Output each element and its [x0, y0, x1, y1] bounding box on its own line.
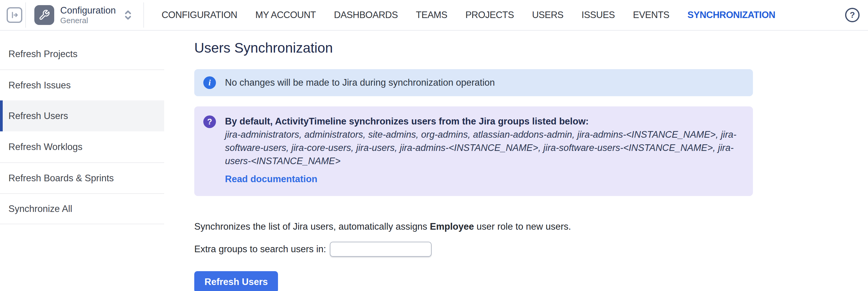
info-banner-text: No changes will be made to Jira during s… — [225, 77, 495, 88]
sync-description: Synchronizes the list of Jira users, aut… — [194, 221, 767, 232]
sync-sidebar: Refresh Projects Refresh Issues Refresh … — [0, 31, 164, 224]
nav-teams[interactable]: TEAMS — [416, 10, 447, 21]
sidebar-item-refresh-projects[interactable]: Refresh Projects — [0, 38, 164, 69]
nav-issues[interactable]: ISSUES — [582, 10, 615, 21]
header-divider — [25, 2, 26, 28]
read-documentation-link[interactable]: Read documentation — [225, 173, 317, 186]
collapse-sidebar-icon — [10, 10, 19, 20]
nav-users[interactable]: USERS — [532, 10, 563, 21]
sidebar-item-refresh-boards-sprints[interactable]: Refresh Boards & Sprints — [0, 162, 164, 193]
help-icon[interactable]: ? — [845, 8, 860, 22]
nav-events[interactable]: EVENTS — [633, 10, 670, 21]
info-icon: i — [203, 76, 216, 89]
default-groups-list: jira-administrators, administrators, sit… — [225, 128, 744, 168]
app-switcher-dropdown[interactable]: Configuration General — [34, 5, 132, 25]
header-divider — [143, 2, 144, 28]
default-groups-intro: By default, ActivityTimeline synchronize… — [225, 115, 744, 128]
app-title: Configuration — [60, 5, 116, 16]
extra-groups-row: Extra groups to search users in: — [194, 242, 767, 257]
extra-groups-label: Extra groups to search users in: — [194, 244, 326, 255]
question-icon: ? — [203, 115, 216, 128]
extra-groups-input[interactable] — [330, 242, 432, 257]
refresh-users-button[interactable]: Refresh Users — [194, 271, 278, 291]
sidebar-collapse-button[interactable] — [7, 7, 22, 23]
page-title: Users Synchronization — [194, 40, 767, 56]
chevron-up-down-icon[interactable] — [123, 8, 132, 22]
top-navigation: CONFIGURATION MY ACCOUNT DASHBOARDS TEAM… — [161, 10, 775, 21]
default-groups-banner: ? By default, ActivityTimeline synchroni… — [194, 106, 753, 196]
top-header: Configuration General CONFIGURATION MY A… — [0, 0, 868, 31]
info-banner: i No changes will be made to Jira during… — [194, 69, 753, 96]
main-content: Users Synchronization i No changes will … — [194, 31, 767, 291]
app-subtitle: General — [60, 16, 116, 25]
nav-my-account[interactable]: MY ACCOUNT — [255, 10, 316, 21]
nav-synchronization[interactable]: SYNCHRONIZATION — [688, 10, 776, 21]
app-badge — [34, 5, 54, 25]
wrench-icon — [38, 9, 50, 21]
nav-projects[interactable]: PROJECTS — [465, 10, 514, 21]
sidebar-item-refresh-users[interactable]: Refresh Users — [0, 100, 164, 132]
sidebar-item-synchronize-all[interactable]: Synchronize All — [0, 193, 164, 224]
sidebar-item-refresh-worklogs[interactable]: Refresh Worklogs — [0, 132, 164, 162]
nav-configuration[interactable]: CONFIGURATION — [161, 10, 237, 21]
nav-dashboards[interactable]: DASHBOARDS — [334, 10, 398, 21]
sidebar-item-refresh-issues[interactable]: Refresh Issues — [0, 69, 164, 100]
